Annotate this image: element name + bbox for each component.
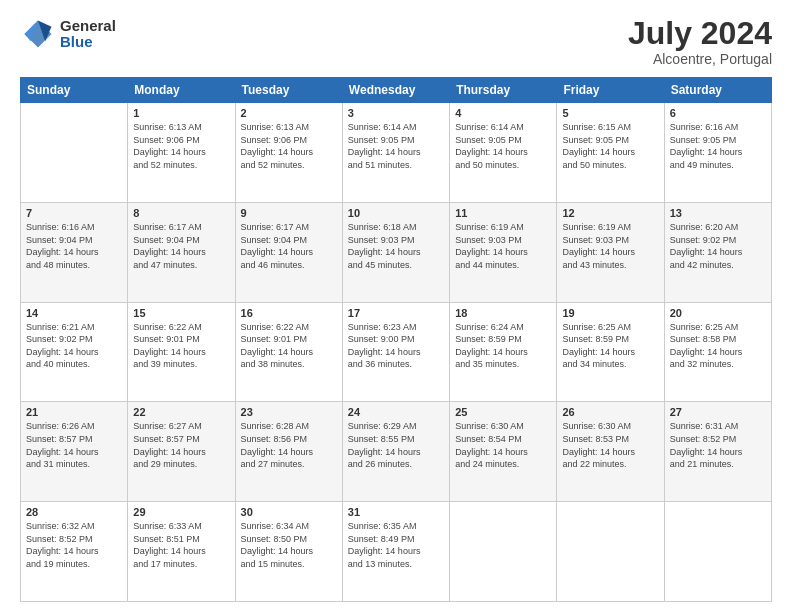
header: General Blue July 2024 Alcoentre, Portug… [20, 16, 772, 67]
day-info: Sunrise: 6:19 AMSunset: 9:03 PMDaylight:… [455, 221, 551, 271]
table-row: 21Sunrise: 6:26 AMSunset: 8:57 PMDayligh… [21, 402, 128, 502]
calendar-week-1: 1Sunrise: 6:13 AMSunset: 9:06 PMDaylight… [21, 103, 772, 203]
day-number: 15 [133, 307, 229, 319]
day-number: 24 [348, 406, 444, 418]
day-info: Sunrise: 6:24 AMSunset: 8:59 PMDaylight:… [455, 321, 551, 371]
day-info: Sunrise: 6:17 AMSunset: 9:04 PMDaylight:… [241, 221, 337, 271]
table-row: 7Sunrise: 6:16 AMSunset: 9:04 PMDaylight… [21, 202, 128, 302]
calendar-table: Sunday Monday Tuesday Wednesday Thursday… [20, 77, 772, 602]
table-row: 19Sunrise: 6:25 AMSunset: 8:59 PMDayligh… [557, 302, 664, 402]
location: Alcoentre, Portugal [628, 51, 772, 67]
logo-general: General [60, 18, 116, 35]
logo-icon [20, 16, 56, 52]
day-info: Sunrise: 6:27 AMSunset: 8:57 PMDaylight:… [133, 420, 229, 470]
day-number: 9 [241, 207, 337, 219]
day-info: Sunrise: 6:32 AMSunset: 8:52 PMDaylight:… [26, 520, 122, 570]
day-number: 18 [455, 307, 551, 319]
month-year: July 2024 [628, 16, 772, 51]
day-info: Sunrise: 6:14 AMSunset: 9:05 PMDaylight:… [455, 121, 551, 171]
day-info: Sunrise: 6:22 AMSunset: 9:01 PMDaylight:… [133, 321, 229, 371]
day-number: 8 [133, 207, 229, 219]
day-number: 17 [348, 307, 444, 319]
table-row: 26Sunrise: 6:30 AMSunset: 8:53 PMDayligh… [557, 402, 664, 502]
header-thursday: Thursday [450, 78, 557, 103]
calendar-week-2: 7Sunrise: 6:16 AMSunset: 9:04 PMDaylight… [21, 202, 772, 302]
day-number: 3 [348, 107, 444, 119]
day-info: Sunrise: 6:16 AMSunset: 9:05 PMDaylight:… [670, 121, 766, 171]
day-info: Sunrise: 6:34 AMSunset: 8:50 PMDaylight:… [241, 520, 337, 570]
day-number: 1 [133, 107, 229, 119]
day-info: Sunrise: 6:29 AMSunset: 8:55 PMDaylight:… [348, 420, 444, 470]
table-row: 8Sunrise: 6:17 AMSunset: 9:04 PMDaylight… [128, 202, 235, 302]
header-tuesday: Tuesday [235, 78, 342, 103]
day-number: 14 [26, 307, 122, 319]
table-row: 22Sunrise: 6:27 AMSunset: 8:57 PMDayligh… [128, 402, 235, 502]
table-row: 10Sunrise: 6:18 AMSunset: 9:03 PMDayligh… [342, 202, 449, 302]
header-friday: Friday [557, 78, 664, 103]
day-number: 29 [133, 506, 229, 518]
table-row: 31Sunrise: 6:35 AMSunset: 8:49 PMDayligh… [342, 502, 449, 602]
table-row: 13Sunrise: 6:20 AMSunset: 9:02 PMDayligh… [664, 202, 771, 302]
table-row: 6Sunrise: 6:16 AMSunset: 9:05 PMDaylight… [664, 103, 771, 203]
table-row: 25Sunrise: 6:30 AMSunset: 8:54 PMDayligh… [450, 402, 557, 502]
day-info: Sunrise: 6:25 AMSunset: 8:59 PMDaylight:… [562, 321, 658, 371]
table-row: 12Sunrise: 6:19 AMSunset: 9:03 PMDayligh… [557, 202, 664, 302]
logo-text: General Blue [60, 18, 116, 51]
day-number: 22 [133, 406, 229, 418]
day-info: Sunrise: 6:19 AMSunset: 9:03 PMDaylight:… [562, 221, 658, 271]
table-row: 23Sunrise: 6:28 AMSunset: 8:56 PMDayligh… [235, 402, 342, 502]
table-row: 20Sunrise: 6:25 AMSunset: 8:58 PMDayligh… [664, 302, 771, 402]
day-info: Sunrise: 6:15 AMSunset: 9:05 PMDaylight:… [562, 121, 658, 171]
title-block: July 2024 Alcoentre, Portugal [628, 16, 772, 67]
table-row: 27Sunrise: 6:31 AMSunset: 8:52 PMDayligh… [664, 402, 771, 502]
table-row: 17Sunrise: 6:23 AMSunset: 9:00 PMDayligh… [342, 302, 449, 402]
day-number: 16 [241, 307, 337, 319]
day-info: Sunrise: 6:31 AMSunset: 8:52 PMDaylight:… [670, 420, 766, 470]
day-info: Sunrise: 6:20 AMSunset: 9:02 PMDaylight:… [670, 221, 766, 271]
day-number: 13 [670, 207, 766, 219]
day-number: 20 [670, 307, 766, 319]
table-row: 28Sunrise: 6:32 AMSunset: 8:52 PMDayligh… [21, 502, 128, 602]
day-number: 27 [670, 406, 766, 418]
header-saturday: Saturday [664, 78, 771, 103]
table-row: 30Sunrise: 6:34 AMSunset: 8:50 PMDayligh… [235, 502, 342, 602]
day-number: 12 [562, 207, 658, 219]
day-number: 21 [26, 406, 122, 418]
day-number: 6 [670, 107, 766, 119]
day-info: Sunrise: 6:23 AMSunset: 9:00 PMDaylight:… [348, 321, 444, 371]
day-number: 23 [241, 406, 337, 418]
day-info: Sunrise: 6:28 AMSunset: 8:56 PMDaylight:… [241, 420, 337, 470]
day-info: Sunrise: 6:17 AMSunset: 9:04 PMDaylight:… [133, 221, 229, 271]
day-number: 19 [562, 307, 658, 319]
day-number: 28 [26, 506, 122, 518]
table-row: 4Sunrise: 6:14 AMSunset: 9:05 PMDaylight… [450, 103, 557, 203]
day-number: 26 [562, 406, 658, 418]
table-row: 2Sunrise: 6:13 AMSunset: 9:06 PMDaylight… [235, 103, 342, 203]
day-number: 2 [241, 107, 337, 119]
logo: General Blue [20, 16, 116, 52]
day-info: Sunrise: 6:13 AMSunset: 9:06 PMDaylight:… [241, 121, 337, 171]
day-info: Sunrise: 6:13 AMSunset: 9:06 PMDaylight:… [133, 121, 229, 171]
table-row: 15Sunrise: 6:22 AMSunset: 9:01 PMDayligh… [128, 302, 235, 402]
table-row [664, 502, 771, 602]
table-row: 16Sunrise: 6:22 AMSunset: 9:01 PMDayligh… [235, 302, 342, 402]
calendar-week-5: 28Sunrise: 6:32 AMSunset: 8:52 PMDayligh… [21, 502, 772, 602]
day-info: Sunrise: 6:22 AMSunset: 9:01 PMDaylight:… [241, 321, 337, 371]
table-row [450, 502, 557, 602]
calendar-week-3: 14Sunrise: 6:21 AMSunset: 9:02 PMDayligh… [21, 302, 772, 402]
table-row: 3Sunrise: 6:14 AMSunset: 9:05 PMDaylight… [342, 103, 449, 203]
day-info: Sunrise: 6:14 AMSunset: 9:05 PMDaylight:… [348, 121, 444, 171]
day-info: Sunrise: 6:16 AMSunset: 9:04 PMDaylight:… [26, 221, 122, 271]
day-info: Sunrise: 6:26 AMSunset: 8:57 PMDaylight:… [26, 420, 122, 470]
day-number: 30 [241, 506, 337, 518]
table-row: 14Sunrise: 6:21 AMSunset: 9:02 PMDayligh… [21, 302, 128, 402]
day-info: Sunrise: 6:21 AMSunset: 9:02 PMDaylight:… [26, 321, 122, 371]
header-monday: Monday [128, 78, 235, 103]
header-sunday: Sunday [21, 78, 128, 103]
day-info: Sunrise: 6:25 AMSunset: 8:58 PMDaylight:… [670, 321, 766, 371]
table-row: 18Sunrise: 6:24 AMSunset: 8:59 PMDayligh… [450, 302, 557, 402]
calendar-week-4: 21Sunrise: 6:26 AMSunset: 8:57 PMDayligh… [21, 402, 772, 502]
day-number: 25 [455, 406, 551, 418]
day-number: 11 [455, 207, 551, 219]
table-row [21, 103, 128, 203]
